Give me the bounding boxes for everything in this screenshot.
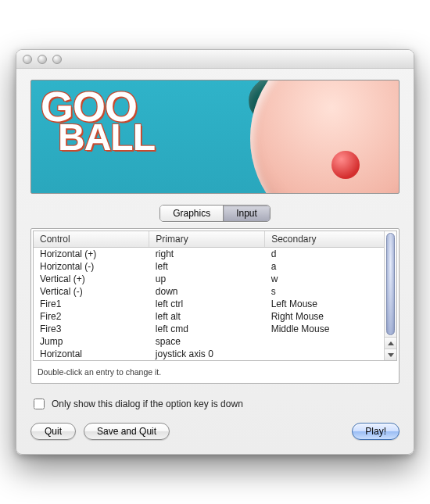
cell-primary[interactable]: up (149, 273, 265, 285)
config-window: GOO BALL Graphics Input Control (16, 49, 414, 455)
cell-primary[interactable]: left ctrl (149, 298, 265, 310)
table-row[interactable]: Horizontaljoystick axis 0 (34, 348, 384, 360)
col-secondary[interactable]: Secondary (265, 231, 384, 248)
scroll-up-button[interactable] (385, 337, 396, 349)
cell-secondary[interactable]: a (265, 260, 384, 273)
tab-input[interactable]: Input (223, 206, 270, 221)
cell-control[interactable]: Fire1 (34, 298, 149, 310)
cell-control[interactable]: Horizontal (+) (34, 248, 149, 261)
cell-primary[interactable]: space (149, 335, 265, 348)
banner: GOO BALL (30, 80, 400, 194)
table-row[interactable]: Horizontal (+)rightd (34, 248, 384, 261)
close-button[interactable] (23, 55, 32, 64)
cell-primary[interactable]: joystick axis 0 (149, 348, 265, 360)
input-table: Control Primary Secondary Horizontal (+)… (34, 231, 384, 360)
cell-secondary[interactable]: Left Mouse (265, 298, 384, 310)
table-row[interactable]: Fire1left ctrlLeft Mouse (34, 298, 384, 310)
cell-secondary[interactable]: w (265, 273, 384, 285)
cell-control[interactable]: Fire2 (34, 310, 149, 323)
logo-line2: BALL (58, 123, 155, 152)
nose-illustration (331, 151, 360, 179)
table-row[interactable]: Fire3left cmdMiddle Mouse (34, 323, 384, 335)
table-row[interactable]: Vertical (+)upw (34, 273, 384, 285)
table-row[interactable]: Fire2left altRight Mouse (34, 310, 384, 323)
col-primary[interactable]: Primary (149, 231, 265, 248)
scrollbar[interactable] (384, 231, 396, 360)
cell-secondary[interactable] (265, 348, 384, 360)
table-row[interactable]: Vertical (-)downs (34, 285, 384, 298)
cell-control[interactable]: Horizontal (-) (34, 260, 149, 273)
face-illustration (250, 80, 400, 194)
table-row[interactable]: Horizontal (-)lefta (34, 260, 384, 273)
cell-primary[interactable]: right (149, 248, 265, 261)
input-panel: Control Primary Secondary Horizontal (+)… (30, 228, 400, 384)
tab-switcher: Graphics Input (159, 205, 271, 222)
logo: GOO BALL (41, 90, 155, 152)
cell-secondary[interactable] (265, 335, 384, 348)
table-row[interactable]: Jumpspace (34, 335, 384, 348)
chevron-up-icon (388, 341, 394, 345)
cell-control[interactable]: Vertical (+) (34, 273, 149, 285)
scroll-down-button[interactable] (385, 349, 396, 360)
cell-primary[interactable]: left cmd (149, 323, 265, 335)
chevron-down-icon (388, 353, 394, 357)
cell-control[interactable]: Horizontal (34, 348, 149, 360)
cell-control[interactable]: Fire3 (34, 323, 149, 335)
play-button[interactable]: Play! (352, 423, 400, 440)
titlebar[interactable] (16, 50, 414, 69)
cell-secondary[interactable]: Right Mouse (265, 310, 384, 323)
only-show-checkbox[interactable] (34, 399, 45, 409)
cell-primary[interactable]: down (149, 285, 265, 298)
cell-control[interactable]: Jump (34, 335, 149, 348)
only-show-label[interactable]: Only show this dialog if the option key … (52, 399, 243, 409)
cell-secondary[interactable]: s (265, 285, 384, 298)
scrollbar-thumb[interactable] (386, 233, 395, 335)
hint-text: Double-click an entry to change it. (33, 361, 397, 378)
tab-graphics[interactable]: Graphics (160, 206, 223, 221)
cell-secondary[interactable]: Middle Mouse (265, 323, 384, 335)
minimize-button[interactable] (38, 55, 47, 64)
cell-control[interactable]: Vertical (-) (34, 285, 149, 298)
window-controls (23, 55, 62, 64)
cell-secondary[interactable]: d (265, 248, 384, 261)
col-control[interactable]: Control (34, 231, 149, 248)
scrollbar-track[interactable] (385, 231, 396, 337)
zoom-button[interactable] (52, 55, 62, 64)
cell-primary[interactable]: left (149, 260, 265, 273)
quit-button[interactable]: Quit (30, 423, 76, 440)
cell-primary[interactable]: left alt (149, 310, 265, 323)
save-and-quit-button[interactable]: Save and Quit (84, 423, 170, 440)
